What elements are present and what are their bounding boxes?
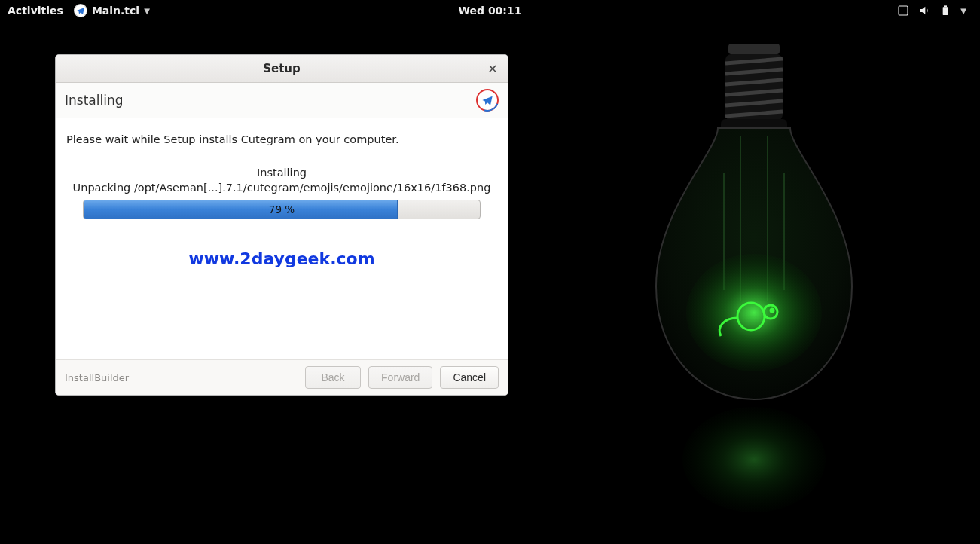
svg-rect-0 bbox=[899, 6, 908, 15]
svg-point-17 bbox=[737, 303, 765, 330]
progress-bar: 79 % bbox=[83, 200, 481, 219]
cutegram-logo-icon bbox=[476, 89, 499, 112]
app-name: Main.tcl bbox=[92, 5, 139, 17]
install-message: Please wait while Setup installs Cutegra… bbox=[66, 133, 497, 145]
gnome-topbar: Activities Main.tcl ▼ Wed 00:11 ▼ bbox=[0, 0, 980, 21]
svg-line-10 bbox=[725, 112, 783, 116]
progress-percent-label: 79 % bbox=[84, 200, 480, 219]
window-titlebar[interactable]: Setup ✕ bbox=[56, 55, 508, 83]
svg-rect-1 bbox=[943, 7, 948, 15]
svg-line-8 bbox=[725, 90, 783, 95]
svg-point-16 bbox=[686, 254, 822, 371]
installer-body: Please wait while Setup installs Cutegra… bbox=[56, 118, 508, 359]
current-file-label: Unpacking /opt/Aseman[...].7.1/cutegram/… bbox=[66, 182, 497, 194]
status-label: Installing bbox=[66, 167, 497, 179]
system-menu-chevron-icon[interactable]: ▼ bbox=[960, 7, 966, 15]
telegram-icon bbox=[74, 4, 87, 17]
close-icon[interactable]: ✕ bbox=[485, 61, 500, 76]
svg-rect-11 bbox=[721, 119, 787, 134]
svg-point-20 bbox=[682, 407, 826, 512]
svg-point-19 bbox=[771, 309, 774, 312]
installer-footer: InstallBuilder Back Forward Cancel bbox=[56, 359, 508, 395]
cancel-button[interactable]: Cancel bbox=[440, 366, 499, 389]
volume-icon[interactable] bbox=[918, 5, 930, 17]
svg-rect-4 bbox=[725, 54, 783, 121]
svg-point-18 bbox=[764, 305, 777, 319]
window-title: Setup bbox=[263, 62, 301, 75]
setup-window: Setup ✕ Installing Please wait while Set… bbox=[55, 54, 508, 396]
svg-line-6 bbox=[725, 69, 783, 74]
svg-line-7 bbox=[725, 80, 783, 84]
chevron-down-icon: ▼ bbox=[144, 7, 150, 15]
app-menu[interactable]: Main.tcl ▼ bbox=[74, 4, 150, 17]
clock[interactable]: Wed 00:11 bbox=[459, 5, 522, 17]
wallpaper-lightbulb bbox=[626, 30, 882, 520]
section-title: Installing bbox=[65, 93, 123, 108]
activities-button[interactable]: Activities bbox=[8, 5, 63, 17]
battery-icon[interactable] bbox=[939, 5, 951, 17]
svg-rect-2 bbox=[944, 5, 947, 7]
svg-line-9 bbox=[725, 101, 783, 105]
accessibility-icon[interactable] bbox=[897, 5, 909, 17]
watermark-text: www.2daygeek.com bbox=[66, 249, 497, 268]
back-button: Back bbox=[305, 366, 361, 389]
installbuilder-brand: InstallBuilder bbox=[65, 372, 129, 384]
forward-button: Forward bbox=[368, 366, 432, 389]
section-header: Installing bbox=[56, 83, 508, 118]
svg-rect-3 bbox=[728, 44, 780, 54]
svg-line-5 bbox=[725, 59, 783, 63]
